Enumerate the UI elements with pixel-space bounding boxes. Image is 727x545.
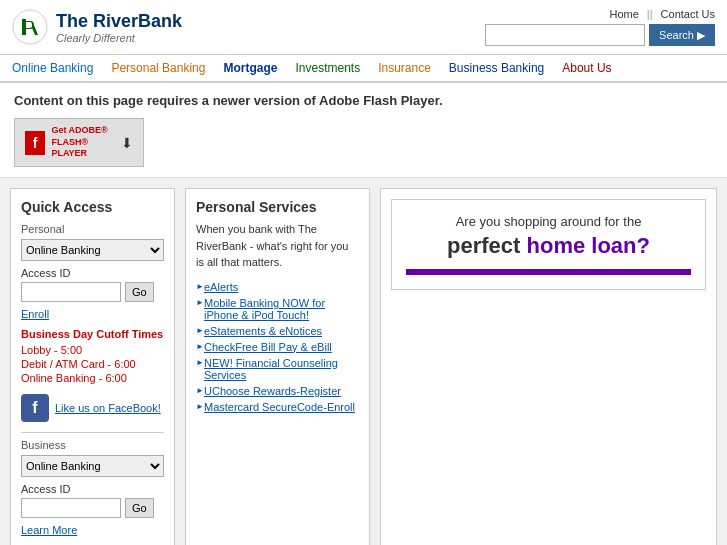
- nav-mortgage[interactable]: Mortgage: [223, 61, 277, 75]
- ps-link-estatements[interactable]: eStatements & eNotices: [196, 325, 359, 337]
- flash-icon: f: [25, 131, 45, 155]
- ad-main-text: perfect home loan?: [406, 233, 691, 259]
- divider: [21, 432, 164, 433]
- nav-personal-banking[interactable]: Personal Banking: [111, 61, 205, 75]
- nav-about-us[interactable]: About Us: [562, 61, 611, 75]
- flash-download-icon: ⬇: [121, 135, 133, 151]
- flash-line2: FLASH® PLAYER: [51, 137, 88, 159]
- nav-online-banking[interactable]: Online Banking: [12, 61, 93, 75]
- cutoff-lobby: Lobby - 5:00: [21, 344, 164, 356]
- nav-business-banking[interactable]: Business Banking: [449, 61, 544, 75]
- header-right: Home || Contact Us Search ▶: [485, 8, 715, 46]
- learn-more-link[interactable]: Learn More: [21, 524, 164, 536]
- logo-title: The RiverBank: [56, 11, 182, 32]
- logo-text-area: The RiverBank Clearly Different: [56, 11, 182, 44]
- quick-access-title: Quick Access: [21, 199, 164, 215]
- ad-bottom-bar: [406, 269, 691, 275]
- cutoff-title[interactable]: Business Day Cutoff Times: [21, 328, 164, 340]
- ps-link-financial[interactable]: NEW! Financial Counseling Services: [196, 357, 359, 381]
- search-button[interactable]: Search ▶: [649, 24, 715, 46]
- enroll-link[interactable]: Enroll: [21, 308, 164, 320]
- logo-area: The RiverBank Clearly Different: [12, 9, 182, 45]
- personal-access-input[interactable]: [21, 282, 121, 302]
- facebook-area: f Like us on FaceBook!: [21, 394, 164, 422]
- personal-access-row: Go: [21, 282, 164, 302]
- personal-go-button[interactable]: Go: [125, 282, 154, 302]
- logo-subtitle: Clearly Different: [56, 32, 182, 44]
- personal-services-title: Personal Services: [196, 199, 359, 215]
- nav-investments[interactable]: Investments: [295, 61, 360, 75]
- facebook-icon: f: [21, 394, 49, 422]
- personal-dropdown[interactable]: Online Banking Account Summary Bill Pay: [21, 239, 164, 261]
- flash-text: Get ADOBE® FLASH® PLAYER: [51, 125, 115, 160]
- search-input[interactable]: [485, 24, 645, 46]
- navigation: Online Banking Personal Banking Mortgage…: [0, 55, 727, 83]
- svg-point-0: [13, 10, 47, 44]
- facebook-link[interactable]: Like us on FaceBook!: [55, 402, 161, 414]
- content-row: Quick Access Personal Online Banking Acc…: [0, 178, 727, 545]
- cutoff-debit: Debit / ATM Card - 6:00: [21, 358, 164, 370]
- home-link[interactable]: Home: [610, 8, 639, 20]
- personal-access-id-label: Access ID: [21, 267, 164, 279]
- header-top-links: Home || Contact Us: [610, 8, 715, 20]
- business-dropdown[interactable]: Online Banking Account Summary: [21, 455, 164, 477]
- business-access-row: Go: [21, 498, 164, 518]
- header: The RiverBank Clearly Different Home || …: [0, 0, 727, 55]
- ad-panel: Are you shopping around for the perfect …: [380, 188, 717, 545]
- business-access-id-label: Access ID: [21, 483, 164, 495]
- ps-link-uchoose[interactable]: UChoose Rewards-Register: [196, 385, 359, 397]
- personal-services-panel: Personal Services When you bank with The…: [185, 188, 370, 545]
- personal-services-intro: When you bank with The RiverBank - what'…: [196, 221, 359, 271]
- ad-home-loan: home loan?: [527, 233, 650, 258]
- ps-link-mobile[interactable]: Mobile Banking NOW for iPhone & iPod Tou…: [196, 297, 359, 321]
- quick-access-panel: Quick Access Personal Online Banking Acc…: [10, 188, 175, 545]
- link-separator: ||: [647, 8, 653, 20]
- home-loan-ad[interactable]: Are you shopping around for the perfect …: [391, 199, 706, 290]
- flash-line1: Get ADOBE®: [51, 125, 107, 135]
- main-content: Content on this page requires a newer ve…: [0, 83, 727, 545]
- logo-icon: [12, 9, 48, 45]
- nav-insurance[interactable]: Insurance: [378, 61, 431, 75]
- flash-message: Content on this page requires a newer ve…: [14, 93, 713, 108]
- ad-top-text: Are you shopping around for the: [406, 214, 691, 229]
- ps-link-ealerts[interactable]: eAlerts: [196, 281, 359, 293]
- business-access-input[interactable]: [21, 498, 121, 518]
- ps-link-mastercard[interactable]: Mastercard SecureCode-Enroll: [196, 401, 359, 413]
- flash-notice: Content on this page requires a newer ve…: [0, 83, 727, 178]
- ps-link-checkfree[interactable]: CheckFree Bill Pay & eBill: [196, 341, 359, 353]
- search-area: Search ▶: [485, 24, 715, 46]
- personal-section-label: Personal: [21, 223, 164, 235]
- flash-badge[interactable]: f Get ADOBE® FLASH® PLAYER ⬇: [14, 118, 144, 167]
- cutoff-online: Online Banking - 6:00: [21, 372, 164, 384]
- ad-perfect: perfect: [447, 233, 526, 258]
- contact-link[interactable]: Contact Us: [661, 8, 715, 20]
- business-go-button[interactable]: Go: [125, 498, 154, 518]
- business-section-label: Business: [21, 439, 164, 451]
